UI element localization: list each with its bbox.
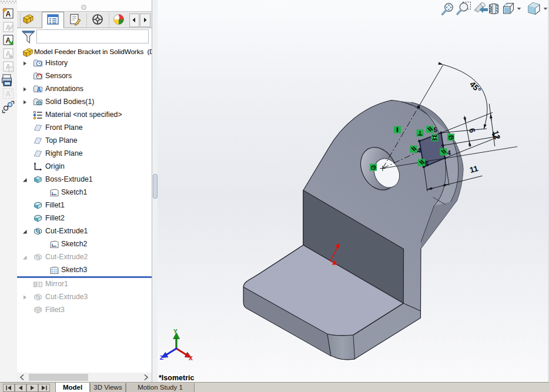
svg-text:5: 5 <box>425 160 429 167</box>
svg-text:X: X <box>189 354 193 362</box>
svg-text:4: 4 <box>447 149 451 156</box>
svg-text:Z: Z <box>160 354 164 361</box>
svg-text:A: A <box>6 90 11 98</box>
svg-text:Y: Y <box>173 327 178 335</box>
svg-text:5: 5 <box>434 126 437 133</box>
svg-text:A: A <box>6 36 11 45</box>
svg-text:A: A <box>37 86 41 93</box>
svg-text:*Isometric: *Isometric <box>159 374 194 382</box>
svg-text:A: A <box>6 10 11 18</box>
svg-text:4: 4 <box>417 147 421 154</box>
